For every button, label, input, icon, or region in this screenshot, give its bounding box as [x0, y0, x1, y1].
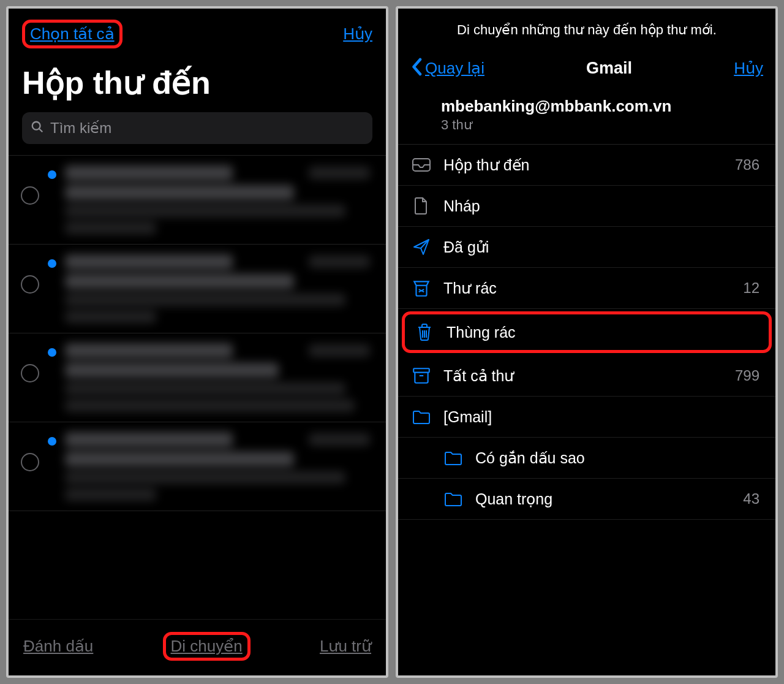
folder-label: Tất cả thư — [443, 367, 724, 385]
folder-important[interactable]: Quan trọng 43 — [398, 479, 775, 520]
folder-list: Hộp thư đến 786 Nháp Đã gửi Thư rác 12 — [398, 145, 775, 675]
nav-top-left: Chọn tất cả Hủy — [9, 9, 386, 52]
folder-label: Nháp — [443, 197, 748, 215]
folder-junk[interactable]: Thư rác 12 — [398, 268, 775, 309]
select-all-button[interactable]: Chọn tất cả — [22, 20, 123, 48]
folder-drafts[interactable]: Nháp — [398, 186, 775, 227]
phone-left-inbox: Chọn tất cả Hủy Hộp thư đến Tìm kiếm — [6, 6, 388, 678]
folder-trash[interactable]: Thùng rác — [402, 311, 772, 353]
mail-preview-blurred — [65, 254, 370, 323]
search-placeholder: Tìm kiếm — [50, 120, 111, 137]
search-input[interactable]: Tìm kiếm — [22, 112, 372, 144]
inbox-icon — [410, 156, 432, 174]
folder-label: Quan trọng — [475, 490, 732, 508]
account-header: mbebanking@mbbank.com.vn 3 thư — [398, 87, 775, 145]
select-radio[interactable] — [21, 364, 39, 382]
move-button[interactable]: Di chuyển — [163, 632, 251, 661]
svg-line-1 — [39, 129, 42, 132]
paper-plane-icon — [410, 238, 432, 256]
select-radio[interactable] — [21, 275, 39, 294]
mail-list — [9, 155, 386, 619]
mail-preview-blurred — [65, 432, 370, 501]
folder-count: 43 — [743, 490, 760, 507]
mail-preview-blurred — [65, 165, 370, 234]
svg-point-0 — [32, 122, 40, 130]
folder-label: Hộp thư đến — [443, 156, 724, 174]
nav-top-right: Quay lại Gmail Hủy — [398, 44, 775, 87]
trash-icon — [413, 323, 435, 341]
folder-label: Thư rác — [443, 279, 732, 297]
move-instruction: Di chuyển những thư này đến hộp thư mới. — [398, 9, 775, 44]
archive-button[interactable]: Lưu trữ — [320, 637, 371, 656]
mail-item[interactable] — [9, 155, 386, 245]
inbox-title: Hộp thư đến — [9, 52, 386, 112]
archive-icon — [410, 367, 432, 385]
bottom-toolbar: Đánh dấu Di chuyển Lưu trữ — [9, 619, 386, 675]
chevron-left-icon — [410, 58, 423, 78]
select-radio[interactable] — [21, 186, 39, 205]
folder-label: Thùng rác — [447, 324, 745, 341]
unread-dot-icon — [48, 348, 56, 357]
account-title: Gmail — [586, 59, 632, 78]
junk-icon — [410, 279, 432, 297]
unread-dot-icon — [48, 170, 56, 179]
select-radio[interactable] — [21, 453, 39, 471]
folder-icon — [410, 408, 432, 426]
cancel-button-left[interactable]: Hủy — [343, 25, 372, 44]
folder-all-mail[interactable]: Tất cả thư 799 — [398, 355, 775, 397]
folder-starred[interactable]: Có gắn dấu sao — [398, 438, 775, 479]
unread-dot-icon — [48, 437, 56, 446]
cancel-button-right[interactable]: Hủy — [734, 59, 763, 78]
folder-inbox[interactable]: Hộp thư đến 786 — [398, 145, 775, 186]
phone-right-move: Di chuyển những thư này đến hộp thư mới.… — [396, 6, 778, 678]
folder-label: Đã gửi — [443, 238, 748, 256]
folder-gmail-group[interactable]: [Gmail] — [398, 397, 775, 438]
folder-label: Có gắn dấu sao — [475, 449, 748, 467]
folder-icon — [442, 449, 464, 467]
mail-item[interactable] — [9, 245, 386, 333]
document-icon — [410, 197, 432, 215]
back-button[interactable]: Quay lại — [410, 58, 484, 78]
folder-icon — [442, 490, 464, 508]
account-email: mbebanking@mbbank.com.vn — [441, 97, 763, 116]
folder-count: 12 — [743, 279, 760, 297]
mail-item[interactable] — [9, 333, 386, 422]
search-icon — [31, 120, 44, 136]
svg-rect-10 — [413, 368, 429, 372]
unread-dot-icon — [48, 259, 56, 268]
folder-sent[interactable]: Đã gửi — [398, 227, 775, 268]
back-label: Quay lại — [425, 59, 484, 78]
folder-label: [Gmail] — [443, 408, 748, 426]
mail-item[interactable] — [9, 422, 386, 511]
folder-count: 799 — [735, 367, 760, 384]
selected-count: 3 thư — [441, 117, 763, 133]
folder-count: 786 — [735, 156, 760, 173]
mail-preview-blurred — [65, 343, 370, 412]
mark-button[interactable]: Đánh dấu — [23, 637, 93, 656]
